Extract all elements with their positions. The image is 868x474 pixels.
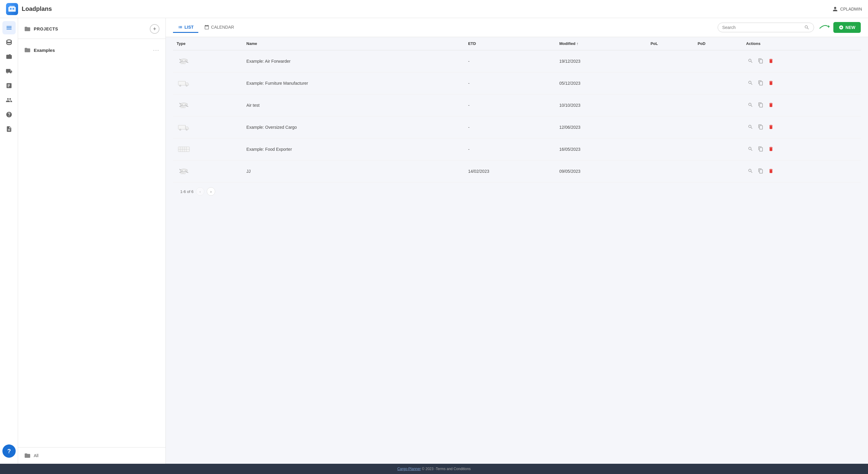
copy-row-button[interactable] bbox=[756, 79, 765, 88]
cell-name: Example: Air Forwarder bbox=[243, 50, 465, 72]
cell-actions bbox=[742, 160, 861, 182]
sidebar-content: Examples ··· bbox=[18, 39, 165, 447]
cell-etd: - bbox=[464, 94, 556, 116]
type-icon-air bbox=[177, 54, 191, 68]
delete-row-button[interactable] bbox=[767, 79, 775, 88]
projects-folder-icon bbox=[24, 26, 31, 32]
search-row-button[interactable] bbox=[746, 79, 755, 88]
delete-row-button[interactable] bbox=[767, 167, 775, 176]
app-logo[interactable] bbox=[6, 3, 18, 15]
cell-etd: - bbox=[464, 139, 556, 160]
table-row[interactable]: JJ 14/02/2023 09/05/2023 bbox=[173, 160, 861, 182]
icon-nav: ? bbox=[0, 18, 18, 464]
delete-icon bbox=[768, 124, 774, 130]
copy-icon bbox=[758, 80, 764, 86]
new-button-label: NEW bbox=[845, 25, 855, 30]
col-modified[interactable]: Modified ↑ bbox=[556, 37, 647, 50]
nav-projects[interactable] bbox=[2, 50, 16, 63]
svg-rect-2 bbox=[10, 8, 11, 9]
sidebar: PROJECTS + Examples ··· All bbox=[18, 18, 166, 464]
username: CPLADMIN bbox=[840, 7, 862, 11]
folder-examples[interactable]: Examples ··· bbox=[18, 44, 165, 56]
top-header: Loadplans CPLADMIN bbox=[0, 0, 868, 18]
search-box[interactable] bbox=[718, 23, 814, 32]
delete-row-button[interactable] bbox=[767, 122, 775, 132]
sidebar-header-left: PROJECTS bbox=[24, 26, 58, 32]
new-button[interactable]: NEW bbox=[833, 22, 861, 33]
svg-rect-14 bbox=[183, 106, 185, 108]
table-row[interactable]: Example: Oversized Cargo - 12/06/2023 bbox=[173, 116, 861, 139]
copy-icon bbox=[758, 146, 764, 152]
tab-calendar[interactable]: CALENDAR bbox=[199, 22, 239, 33]
tab-calendar-label: CALENDAR bbox=[211, 25, 234, 30]
prev-page-button[interactable]: ‹ bbox=[196, 187, 204, 196]
add-project-button[interactable]: + bbox=[150, 24, 159, 34]
copy-row-button[interactable] bbox=[756, 167, 765, 176]
copy-row-button[interactable] bbox=[756, 144, 765, 154]
pagination: 1-6 of 6 ‹ › bbox=[173, 182, 861, 201]
cell-modified: 16/05/2023 bbox=[556, 139, 647, 160]
cell-actions bbox=[742, 116, 861, 139]
cell-type bbox=[173, 160, 243, 182]
delete-icon bbox=[768, 58, 774, 64]
cell-etd: - bbox=[464, 50, 556, 72]
delete-row-button[interactable] bbox=[767, 56, 775, 66]
table-row[interactable]: Example: Furniture Manufacturer - 05/12/… bbox=[173, 72, 861, 94]
col-actions: Actions bbox=[742, 37, 861, 50]
nav-database[interactable] bbox=[2, 36, 16, 49]
copy-row-button[interactable] bbox=[756, 100, 765, 110]
nav-menu[interactable] bbox=[2, 21, 16, 34]
type-icon-truck bbox=[177, 120, 191, 135]
copy-icon bbox=[758, 168, 764, 174]
redo-arrow bbox=[818, 22, 830, 33]
nav-users[interactable] bbox=[2, 93, 16, 107]
svg-point-16 bbox=[179, 129, 181, 130]
cell-actions bbox=[742, 94, 861, 116]
tab-list[interactable]: LIST bbox=[173, 22, 198, 33]
search-row-button[interactable] bbox=[746, 122, 755, 132]
search-row-button[interactable] bbox=[746, 144, 755, 154]
table-row[interactable]: Air test - 10/10/2023 bbox=[173, 94, 861, 116]
svg-rect-8 bbox=[178, 81, 185, 85]
search-row-button[interactable] bbox=[746, 167, 755, 176]
folder-item-left: Examples bbox=[24, 47, 55, 53]
search-input[interactable] bbox=[722, 25, 802, 30]
table-row[interactable]: Example: Air Forwarder - 19/12/2023 bbox=[173, 50, 861, 72]
nav-help[interactable] bbox=[2, 108, 16, 121]
table-header-row: Type Name ETD Modified ↑ PoL PoD Actions bbox=[173, 37, 861, 50]
folder-icon bbox=[24, 47, 31, 53]
toolbar-right: NEW bbox=[718, 22, 861, 33]
nav-reports[interactable] bbox=[2, 79, 16, 92]
sidebar-header: PROJECTS + bbox=[18, 18, 165, 39]
copy-row-button[interactable] bbox=[756, 56, 765, 66]
svg-rect-26 bbox=[181, 172, 183, 174]
svg-rect-15 bbox=[178, 125, 185, 129]
cell-actions bbox=[742, 50, 861, 72]
search-action-icon bbox=[748, 146, 753, 152]
sidebar-footer: All bbox=[18, 447, 165, 464]
sidebar-title: PROJECTS bbox=[34, 27, 58, 31]
cell-pol bbox=[647, 50, 694, 72]
delete-row-button[interactable] bbox=[767, 144, 775, 154]
all-projects-link[interactable]: All bbox=[24, 452, 159, 459]
actions-group bbox=[746, 144, 857, 154]
delete-row-button[interactable] bbox=[767, 100, 775, 110]
nav-cargo[interactable] bbox=[2, 64, 16, 78]
brand-link[interactable]: Cargo-Planner bbox=[397, 467, 421, 471]
table-row[interactable]: Example: Food Exporter - 16/05/2023 bbox=[173, 139, 861, 160]
help-bubble[interactable]: ? bbox=[2, 444, 16, 458]
search-icon bbox=[804, 25, 809, 30]
search-row-button[interactable] bbox=[746, 100, 755, 110]
actions-group bbox=[746, 56, 857, 66]
cell-name: Example: Furniture Manufacturer bbox=[243, 72, 465, 94]
toolbar-tabs: LIST CALENDAR bbox=[173, 22, 239, 33]
footer-year: © 2023 bbox=[422, 467, 434, 471]
search-row-button[interactable] bbox=[746, 56, 755, 66]
copy-row-button[interactable] bbox=[756, 122, 765, 132]
nav-docs[interactable] bbox=[2, 122, 16, 136]
folder-options-button[interactable]: ··· bbox=[153, 47, 159, 53]
cell-pol bbox=[647, 116, 694, 139]
user-menu[interactable]: CPLADMIN bbox=[832, 6, 862, 12]
next-page-button[interactable]: › bbox=[207, 187, 215, 196]
type-icon-truck bbox=[177, 76, 191, 90]
